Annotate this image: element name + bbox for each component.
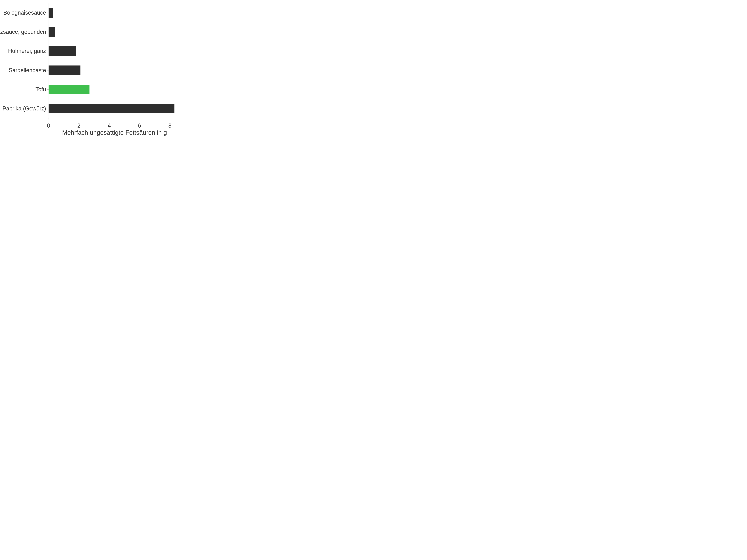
x-axis-title: Mehrfach ungesättigte Fettsäuren in g (49, 129, 181, 136)
y-tick-label: Hühnerei, ganz (8, 48, 46, 54)
y-tick-label: Paprika (Gewürz) (2, 106, 46, 111)
y-tick-mark (47, 32, 49, 32)
bar (49, 85, 89, 94)
y-tick-label: Tofu (35, 87, 46, 92)
bar (49, 8, 53, 18)
y-tick-mark (47, 70, 49, 71)
bar (49, 65, 80, 75)
x-tick-label: 0 (47, 123, 50, 129)
y-tick-label: Pilzsauce, gebunden (0, 29, 46, 35)
y-tick-mark (47, 51, 49, 51)
x-tick-label: 8 (169, 123, 172, 129)
bar (49, 104, 175, 113)
x-tick-mark (139, 118, 140, 119)
x-axis-line (49, 118, 181, 118)
x-tick-label: 2 (77, 123, 80, 129)
y-tick-label: Bolognaisesauce (3, 10, 46, 16)
gridline (170, 3, 170, 118)
x-tick-label: 6 (138, 123, 141, 129)
x-tick-label: 4 (108, 123, 111, 129)
bar (49, 27, 55, 37)
bar (49, 46, 76, 56)
y-tick-label: Sardellenpaste (9, 68, 46, 73)
x-tick-mark (170, 118, 170, 119)
gridline (139, 3, 140, 118)
plot-area (49, 3, 181, 118)
chart-frame: BolognaisesaucePilzsauce, gebundenHühner… (0, 0, 187, 140)
